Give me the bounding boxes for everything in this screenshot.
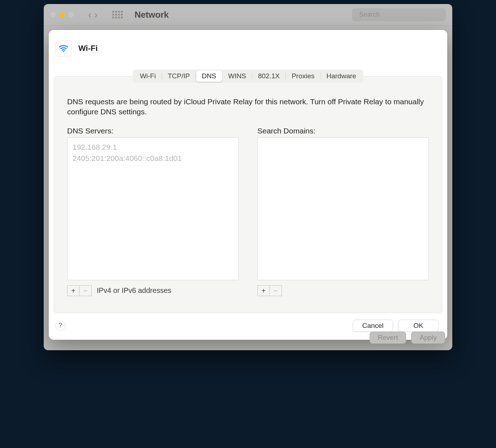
private-relay-notice: DNS requests are being routed by iCloud … xyxy=(67,97,429,117)
window-title: Network xyxy=(135,10,169,20)
dns-remove-button[interactable]: − xyxy=(79,285,92,296)
revert-button[interactable]: Revert xyxy=(370,331,406,344)
tab-tcp-ip[interactable]: TCP/IP xyxy=(162,70,196,82)
search-domains-add-button[interactable]: + xyxy=(257,285,270,296)
window-titlebar: ‹ › Network xyxy=(44,4,452,26)
tab-dns[interactable]: DNS xyxy=(196,70,222,82)
window-zoom-button[interactable] xyxy=(68,12,74,17)
wifi-icon xyxy=(55,40,72,57)
back-button[interactable]: ‹ xyxy=(88,10,91,20)
dns-server-item[interactable]: 2405:201:200a:4060::c0a8:1d01 xyxy=(73,153,233,164)
dns-panel: DNS requests are being routed by iCloud … xyxy=(54,76,442,313)
window-footer: Revert Apply xyxy=(370,331,445,344)
tab-wins[interactable]: WINS xyxy=(222,70,252,82)
search-input[interactable] xyxy=(359,11,443,18)
wifi-settings-sheet: Wi-Fi Wi-FiTCP/IPDNSWINS802.1XProxiesHar… xyxy=(49,30,447,340)
help-button[interactable]: ? xyxy=(55,321,65,331)
tab-hardware[interactable]: Hardware xyxy=(321,70,362,82)
dns-servers-column: DNS Servers: 192.168.29.12405:201:200a:4… xyxy=(67,127,239,296)
apply-button[interactable]: Apply xyxy=(411,331,445,344)
svg-point-2 xyxy=(63,51,64,52)
show-all-button[interactable] xyxy=(112,11,122,19)
network-preferences-window: ‹ › Network Wi-Fi xyxy=(43,4,453,351)
search-domains-list[interactable] xyxy=(257,137,429,280)
sheet-header: Wi-Fi xyxy=(49,40,447,63)
cancel-button[interactable]: Cancel xyxy=(353,320,393,332)
search-field-wrap[interactable] xyxy=(352,8,446,21)
dns-server-item[interactable]: 192.168.29.1 xyxy=(73,141,233,153)
window-minimize-button[interactable] xyxy=(59,12,65,17)
ok-button[interactable]: OK xyxy=(398,320,439,332)
dns-add-button[interactable]: + xyxy=(67,285,79,296)
tab-802-1x[interactable]: 802.1X xyxy=(252,70,286,82)
window-body: Wi-Fi Wi-FiTCP/IPDNSWINS802.1XProxiesHar… xyxy=(44,26,452,350)
dns-servers-label: DNS Servers: xyxy=(67,127,239,135)
search-domains-label: Search Domains: xyxy=(257,127,429,135)
nav-arrows: ‹ › xyxy=(88,10,98,20)
tabs: Wi-FiTCP/IPDNSWINS802.1XProxiesHardware xyxy=(49,70,447,83)
dns-servers-list[interactable]: 192.168.29.12405:201:200a:4060::c0a8:1d0… xyxy=(67,137,239,280)
sheet-title: Wi-Fi xyxy=(78,44,98,53)
window-close-button[interactable] xyxy=(50,12,56,17)
search-domains-remove-button[interactable]: − xyxy=(270,285,282,296)
window-traffic-lights xyxy=(50,12,74,17)
dns-hint: IPv4 or IPv6 addresses xyxy=(97,286,171,295)
tab-proxies[interactable]: Proxies xyxy=(286,70,320,82)
forward-button[interactable]: › xyxy=(94,10,97,20)
search-domains-column: Search Domains: + − xyxy=(257,127,429,296)
tab-wi-fi[interactable]: Wi-Fi xyxy=(134,70,161,82)
